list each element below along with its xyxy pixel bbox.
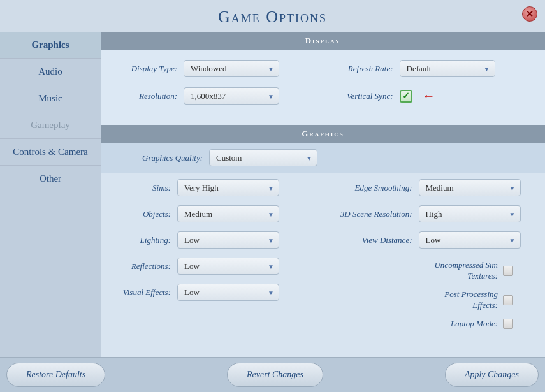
scene-resolution-select-wrapper: High Low Medium [419, 205, 521, 222]
view-distance-field: View Distance: Low Medium High [330, 231, 533, 249]
objects-label: Objects: [113, 209, 171, 219]
graphics-settings-grid: Sims: Very High Low Medium High Obj [101, 173, 545, 347]
display-type-select-wrapper: Windowed Fullscreen Borderless Window [184, 60, 279, 77]
display-type-select[interactable]: Windowed Fullscreen Borderless Window [184, 60, 279, 77]
graphics-quality-label: Graphics Quality: [113, 153, 203, 163]
close-button[interactable]: ✕ [522, 6, 537, 22]
objects-field: Objects: Medium Low High Very High [113, 205, 317, 222]
checkboxes-section: Uncompressed SimTextures: Post Processin… [330, 258, 533, 329]
bottom-bar: Restore Defaults Revert Changes Apply Ch… [0, 357, 545, 392]
uncompressed-checkbox[interactable] [503, 266, 513, 276]
vsync-group: Vertical Sync: ✓ ← [330, 89, 533, 103]
refresh-rate-label: Refresh Rate: [330, 64, 393, 74]
refresh-rate-group: Refresh Rate: Default 60 Hz 75 Hz 120 Hz [330, 60, 533, 77]
apply-changes-button[interactable]: Apply Changes [445, 363, 539, 387]
sidebar-item-other[interactable]: Other [0, 166, 101, 192]
main-layout: Graphics Audio Music Gameplay Controls &… [0, 32, 545, 376]
sims-field: Sims: Very High Low Medium High [113, 179, 317, 196]
resolution-group: Resolution: 1,600x837 1920x1080 1280x720 [113, 87, 317, 105]
vsync-label: Vertical Sync: [330, 91, 393, 101]
refresh-rate-select[interactable]: Default 60 Hz 75 Hz 120 Hz [400, 60, 495, 77]
sidebar: Graphics Audio Music Gameplay Controls &… [0, 32, 101, 376]
display-section-header: Display [101, 32, 545, 50]
lighting-label: Lighting: [113, 235, 171, 245]
uncompressed-label: Uncompressed SimTextures: [434, 260, 498, 282]
content-area: Display Display Type: Windowed Fullscree… [101, 32, 545, 376]
view-distance-select-wrapper: Low Medium High [419, 231, 521, 249]
red-arrow-indicator: ← [423, 89, 435, 103]
visual-effects-field: Visual Effects: Low Medium High [113, 284, 317, 301]
post-processing-label: Post ProcessingEffects: [444, 289, 498, 311]
scene-resolution-label: 3D Scene Resolution: [330, 209, 412, 219]
resolution-label: Resolution: [113, 91, 177, 101]
game-options-window: Game Options ✕ Graphics Audio Music Game… [0, 0, 545, 392]
sims-label: Sims: [113, 183, 171, 193]
sidebar-item-audio[interactable]: Audio [0, 59, 101, 85]
display-row-1: Display Type: Windowed Fullscreen Border… [113, 60, 532, 77]
graphics-quality-select-wrapper: Custom Low Medium High Very High Ultra [209, 149, 317, 166]
laptop-mode-checkbox[interactable] [503, 319, 513, 329]
restore-defaults-button[interactable]: Restore Defaults [6, 363, 105, 387]
lighting-select[interactable]: Low Medium High [177, 231, 279, 249]
edge-smoothing-field: Edge Smoothing: Medium Off Low High [330, 179, 533, 196]
graphics-col-left: Sims: Very High Low Medium High Obj [107, 179, 323, 337]
sidebar-item-controls[interactable]: Controls & Camera [0, 139, 101, 166]
sidebar-item-graphics[interactable]: Graphics [0, 32, 101, 59]
view-distance-select[interactable]: Low Medium High [419, 231, 521, 249]
title-bar: Game Options ✕ [0, 0, 545, 32]
reflections-select[interactable]: Low Medium High [177, 258, 279, 275]
visual-effects-label: Visual Effects: [113, 287, 171, 298]
edge-smoothing-select[interactable]: Medium Off Low High [419, 179, 521, 196]
vsync-checkbox[interactable]: ✓ [400, 90, 412, 103]
laptop-mode-label: Laptop Mode: [451, 319, 498, 330]
resolution-select-wrapper: 1,600x837 1920x1080 1280x720 [184, 87, 279, 105]
display-type-label: Display Type: [113, 64, 177, 74]
scene-resolution-field: 3D Scene Resolution: High Low Medium [330, 205, 533, 222]
sims-select[interactable]: Very High Low Medium High [177, 179, 279, 196]
objects-select-wrapper: Medium Low High Very High [177, 205, 279, 222]
laptop-mode-row: Laptop Mode: [330, 319, 533, 330]
reflections-select-wrapper: Low Medium High [177, 258, 279, 275]
graphics-col-right: Edge Smoothing: Medium Off Low High [323, 179, 539, 337]
graphics-quality-select[interactable]: Custom Low Medium High Very High Ultra [209, 149, 317, 166]
resolution-select[interactable]: 1,600x837 1920x1080 1280x720 [184, 87, 279, 105]
edge-smoothing-label: Edge Smoothing: [330, 183, 412, 193]
post-processing-checkbox[interactable] [503, 295, 513, 305]
scene-resolution-select[interactable]: High Low Medium [419, 205, 521, 222]
reflections-field: Reflections: Low Medium High [113, 258, 317, 275]
post-processing-row: Post ProcessingEffects: [330, 289, 533, 311]
graphics-section-header: Graphics [101, 125, 545, 143]
view-distance-label: View Distance: [330, 235, 412, 245]
sidebar-item-gameplay[interactable]: Gameplay [0, 112, 101, 139]
window-title: Game Options [0, 8, 545, 27]
sims-select-wrapper: Very High Low Medium High [177, 179, 279, 196]
display-row-2: Resolution: 1,600x837 1920x1080 1280x720… [113, 87, 532, 105]
uncompressed-row: Uncompressed SimTextures: [330, 260, 533, 282]
display-type-group: Display Type: Windowed Fullscreen Border… [113, 60, 317, 77]
graphics-quality-bar: Graphics Quality: Custom Low Medium High… [101, 143, 545, 173]
lighting-field: Lighting: Low Medium High [113, 231, 317, 249]
visual-effects-select[interactable]: Low Medium High [177, 284, 279, 301]
objects-select[interactable]: Medium Low High Very High [177, 205, 279, 222]
edge-smoothing-select-wrapper: Medium Off Low High [419, 179, 521, 196]
visual-effects-select-wrapper: Low Medium High [177, 284, 279, 301]
sidebar-item-music[interactable]: Music [0, 85, 101, 112]
refresh-rate-select-wrapper: Default 60 Hz 75 Hz 120 Hz [400, 60, 495, 77]
revert-changes-button[interactable]: Revert Changes [227, 363, 323, 387]
reflections-label: Reflections: [113, 261, 171, 272]
display-section-body: Display Type: Windowed Fullscreen Border… [101, 50, 545, 125]
lighting-select-wrapper: Low Medium High [177, 231, 279, 249]
